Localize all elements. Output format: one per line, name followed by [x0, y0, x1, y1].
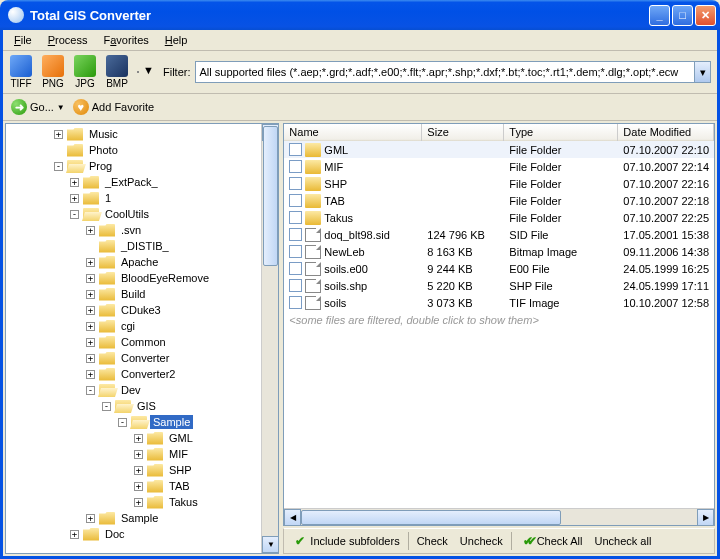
scroll-down-icon[interactable]: ▼	[262, 536, 279, 553]
row-checkbox[interactable]	[289, 194, 302, 207]
tree-node[interactable]: -Prog	[6, 158, 261, 174]
row-checkbox[interactable]	[289, 228, 302, 241]
list-item[interactable]: GMLFile Folder07.10.2007 22:10	[284, 141, 714, 158]
expand-icon[interactable]: +	[86, 290, 95, 299]
collapse-icon[interactable]: -	[102, 402, 111, 411]
row-checkbox[interactable]	[289, 245, 302, 258]
tree-node[interactable]: +Build	[6, 286, 261, 302]
tree-node[interactable]: +Apache	[6, 254, 261, 270]
add-favorite-button[interactable]: ♥ Add Favorite	[71, 97, 156, 117]
expand-icon[interactable]: +	[86, 258, 95, 267]
tree-node[interactable]: -Sample	[6, 414, 261, 430]
filter-combobox[interactable]: All supported files (*.aep;*.grd;*.adf;*…	[195, 61, 712, 83]
tree-node[interactable]: +cgi	[6, 318, 261, 334]
tree-scrollbar[interactable]: ▲ ▼	[261, 124, 278, 553]
include-subfolders-toggle[interactable]: ✔ Include subfolders	[288, 532, 404, 550]
go-button[interactable]: ➜ Go... ▼	[9, 97, 67, 117]
expand-icon[interactable]: +	[86, 338, 95, 347]
list-item[interactable]: doq_blt98.sid124 796 KBSID File17.05.200…	[284, 226, 714, 243]
folder-tree[interactable]: +MusicPhoto-Prog+_ExtPack_+1-CoolUtils+.…	[6, 124, 261, 553]
scroll-thumb[interactable]	[263, 126, 278, 266]
tree-node[interactable]: _DISTIB_	[6, 238, 261, 254]
tree-node[interactable]: -GIS	[6, 398, 261, 414]
column-date[interactable]: Date Modified	[618, 124, 714, 141]
expand-icon[interactable]: +	[134, 434, 143, 443]
column-name[interactable]: Name	[284, 124, 422, 141]
list-item[interactable]: soils.e009 244 KBE00 File24.05.1999 16:2…	[284, 260, 714, 277]
scroll-thumb[interactable]	[301, 510, 561, 525]
expand-icon[interactable]: +	[86, 514, 95, 523]
expand-icon[interactable]: +	[70, 530, 79, 539]
tree-node[interactable]: +Music	[6, 126, 261, 142]
list-item[interactable]: TABFile Folder07.10.2007 22:18	[284, 192, 714, 209]
scroll-left-icon[interactable]: ◀	[284, 509, 301, 526]
expand-icon[interactable]: +	[54, 130, 63, 139]
tree-node[interactable]: +Converter	[6, 350, 261, 366]
tree-node[interactable]: +_ExtPack_	[6, 174, 261, 190]
collapse-icon[interactable]: -	[70, 210, 79, 219]
list-item[interactable]: MIFFile Folder07.10.2007 22:14	[284, 158, 714, 175]
titlebar[interactable]: Total GIS Converter _ □ ✕	[0, 0, 720, 30]
row-checkbox[interactable]	[289, 262, 302, 275]
tree-node[interactable]: +Doc	[6, 526, 261, 542]
expand-icon[interactable]: +	[86, 322, 95, 331]
list-item[interactable]: soils3 073 KBTIF Image10.10.2007 12:58	[284, 294, 714, 311]
expand-icon[interactable]: +	[134, 498, 143, 507]
expand-icon[interactable]: +	[86, 370, 95, 379]
column-type[interactable]: Type	[504, 124, 618, 141]
collapse-icon[interactable]: -	[86, 386, 95, 395]
tree-node[interactable]: +1	[6, 190, 261, 206]
list-item[interactable]: TakusFile Folder07.10.2007 22:25	[284, 209, 714, 226]
file-list-body[interactable]: GMLFile Folder07.10.2007 22:10MIFFile Fo…	[284, 141, 714, 508]
close-button[interactable]: ✕	[695, 5, 716, 26]
expand-icon[interactable]: +	[134, 482, 143, 491]
tree-node[interactable]: +BloodEyeRemove	[6, 270, 261, 286]
expand-icon[interactable]: +	[86, 306, 95, 315]
uncheck-button[interactable]: Uncheck	[455, 533, 508, 549]
row-checkbox[interactable]	[289, 160, 302, 173]
expand-icon[interactable]: +	[70, 194, 79, 203]
list-item[interactable]: NewLeb8 163 KBBitmap Image09.11.2006 14:…	[284, 243, 714, 260]
format-tiff-button[interactable]: TIFF	[5, 53, 37, 91]
tree-node[interactable]: +SHP	[6, 462, 261, 478]
tree-node[interactable]: +Common	[6, 334, 261, 350]
row-checkbox[interactable]	[289, 211, 302, 224]
collapse-icon[interactable]: -	[118, 418, 127, 427]
format-bmp-button[interactable]: BMP	[101, 53, 133, 91]
minimize-button[interactable]: _	[649, 5, 670, 26]
menu-file[interactable]: File	[7, 32, 39, 48]
menu-favorites[interactable]: Favorites	[97, 32, 156, 48]
expand-icon[interactable]: +	[86, 226, 95, 235]
menu-process[interactable]: Process	[41, 32, 95, 48]
list-item[interactable]: soils.shp5 220 KBSHP File24.05.1999 17:1…	[284, 277, 714, 294]
uncheck-all-button[interactable]: Uncheck all	[589, 533, 656, 549]
tree-node[interactable]: +GML	[6, 430, 261, 446]
column-size[interactable]: Size	[422, 124, 504, 141]
check-all-button[interactable]: ✔✔ Check All	[515, 532, 588, 550]
expand-icon[interactable]: +	[86, 354, 95, 363]
row-checkbox[interactable]	[289, 143, 302, 156]
row-checkbox[interactable]	[289, 177, 302, 190]
expand-icon[interactable]: +	[134, 466, 143, 475]
menu-help[interactable]: Help	[158, 32, 195, 48]
tree-node[interactable]: -Dev	[6, 382, 261, 398]
expand-icon[interactable]: +	[86, 274, 95, 283]
maximize-button[interactable]: □	[672, 5, 693, 26]
row-checkbox[interactable]	[289, 279, 302, 292]
tree-node[interactable]: +Takus	[6, 494, 261, 510]
format-jpg-button[interactable]: JPG	[69, 53, 101, 91]
filter-hint[interactable]: <some files are filtered, double click t…	[284, 311, 714, 329]
chevron-down-icon[interactable]: ▾	[694, 62, 710, 82]
tree-node[interactable]: +Sample	[6, 510, 261, 526]
tree-node[interactable]: +Converter2	[6, 366, 261, 382]
scroll-right-icon[interactable]: ▶	[697, 509, 714, 526]
tree-node[interactable]: +TAB	[6, 478, 261, 494]
tree-node[interactable]: +MIF	[6, 446, 261, 462]
tree-node[interactable]: -CoolUtils	[6, 206, 261, 222]
expand-icon[interactable]: +	[70, 178, 79, 187]
format-png-button[interactable]: PNG	[37, 53, 69, 91]
list-item[interactable]: SHPFile Folder07.10.2007 22:16	[284, 175, 714, 192]
collapse-icon[interactable]: -	[54, 162, 63, 171]
tree-node[interactable]: +.svn	[6, 222, 261, 238]
check-button[interactable]: Check	[412, 533, 453, 549]
